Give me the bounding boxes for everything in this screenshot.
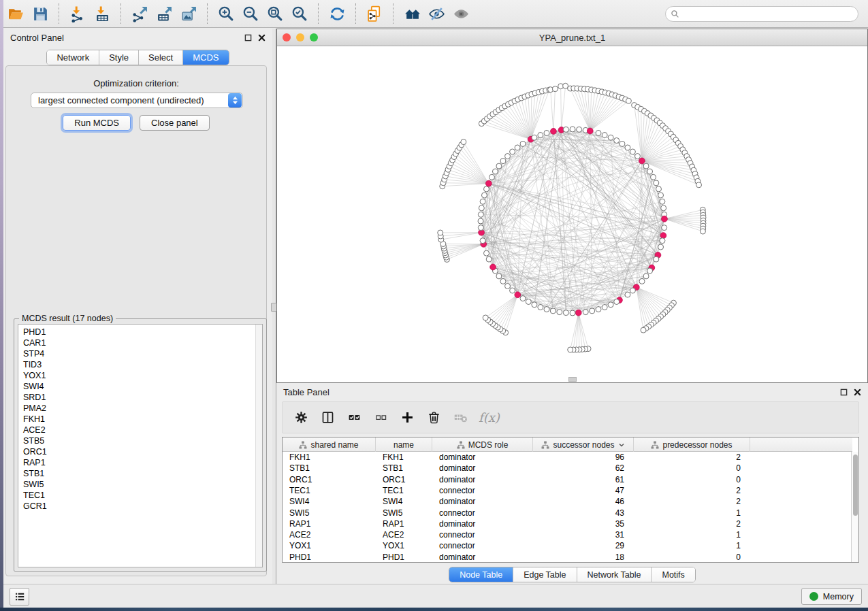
mcds-result-item[interactable]: SRD1: [18, 392, 255, 403]
mcds-result-item[interactable]: PMA2: [18, 403, 255, 414]
network-node-leaf[interactable]: [483, 315, 488, 320]
network-node-mcds[interactable]: [639, 158, 645, 164]
network-node[interactable]: [643, 274, 649, 279]
network-node[interactable]: [478, 225, 483, 231]
mcds-result-list[interactable]: PHD1CAR1STP4TID3YOX1SWI4SRD1PMA2FKH1ACE2…: [18, 324, 263, 567]
network-node[interactable]: [563, 310, 568, 316]
hide-selected-icon[interactable]: [424, 2, 449, 25]
memory-button[interactable]: Memory: [801, 588, 862, 605]
network-node[interactable]: [602, 133, 607, 138]
network-node[interactable]: [596, 130, 601, 135]
network-node[interactable]: [538, 304, 543, 310]
network-node[interactable]: [520, 296, 526, 301]
network-node[interactable]: [489, 174, 495, 180]
mcds-result-item[interactable]: SWI4: [18, 381, 255, 392]
network-node[interactable]: [480, 238, 485, 244]
table-row[interactable]: TEC1TEC1connector472: [283, 485, 852, 496]
export-image-icon[interactable]: [176, 2, 201, 25]
tab-network-table[interactable]: Network Table: [577, 567, 652, 582]
network-node[interactable]: [544, 307, 549, 312]
tab-mcds[interactable]: MCDS: [182, 50, 228, 65]
network-node[interactable]: [510, 149, 515, 154]
network-node[interactable]: [654, 180, 659, 186]
network-node-mcds[interactable]: [485, 180, 492, 186]
select-all-columns-icon[interactable]: [346, 410, 362, 426]
network-node[interactable]: [478, 212, 483, 217]
network-node-mcds[interactable]: [660, 233, 666, 239]
table-row[interactable]: ACE2ACE2connector311: [283, 529, 852, 540]
network-node-mcds[interactable]: [551, 129, 557, 135]
column-header-predecessor-nodes[interactable]: predecessor nodes: [634, 437, 750, 452]
table-row[interactable]: RAP1RAP1dominator352: [283, 518, 852, 529]
network-node-mcds[interactable]: [575, 310, 581, 316]
network-node[interactable]: [654, 257, 659, 262]
network-node-mcds[interactable]: [662, 216, 668, 222]
import-network-icon[interactable]: [65, 2, 90, 25]
mcds-result-item[interactable]: STB5: [18, 435, 255, 446]
network-node[interactable]: [526, 299, 531, 304]
add-column-icon[interactable]: [399, 410, 415, 426]
mcds-result-item[interactable]: PHD1: [18, 327, 255, 337]
network-node-leaf[interactable]: [438, 230, 443, 235]
network-node[interactable]: [647, 169, 653, 174]
table-scrollbar-thumb[interactable]: [853, 455, 858, 516]
mcds-result-item[interactable]: TID3: [18, 359, 255, 370]
network-node[interactable]: [500, 278, 506, 284]
network-node[interactable]: [614, 138, 620, 144]
mcds-result-item[interactable]: TEC1: [18, 490, 255, 501]
network-node[interactable]: [515, 145, 520, 150]
network-node-leaf[interactable]: [626, 98, 631, 103]
network-node[interactable]: [486, 257, 492, 262]
network-node[interactable]: [630, 149, 635, 154]
network-window-titlebar[interactable]: YPA_prune.txt_1: [277, 29, 867, 46]
run-mcds-button[interactable]: Run MCDS: [63, 115, 131, 131]
network-node[interactable]: [614, 299, 620, 304]
save-session-icon[interactable]: [28, 2, 52, 25]
table-scrollbar[interactable]: [851, 452, 858, 562]
network-node[interactable]: [478, 218, 483, 224]
network-node[interactable]: [496, 163, 502, 169]
zoom-in-icon[interactable]: [214, 2, 238, 25]
table-row[interactable]: YOX1YOX1connector291: [283, 540, 852, 551]
tab-style[interactable]: Style: [99, 50, 138, 65]
network-node[interactable]: [479, 205, 484, 211]
import-table-icon[interactable]: [90, 2, 114, 25]
network-node[interactable]: [625, 145, 630, 150]
network-canvas-svg[interactable]: [277, 46, 867, 382]
export-table-icon[interactable]: [152, 2, 176, 25]
tab-node-table[interactable]: Node Table: [449, 567, 513, 582]
network-node-leaf[interactable]: [696, 182, 702, 188]
mcds-result-item[interactable]: GCR1: [18, 501, 255, 512]
mcds-result-item[interactable]: ORC1: [18, 446, 255, 457]
network-node[interactable]: [658, 244, 664, 250]
tab-select[interactable]: Select: [138, 50, 182, 65]
mcds-result-item[interactable]: RAP1: [18, 457, 255, 468]
mcds-result-item[interactable]: STP4: [18, 348, 255, 359]
column-header-shared-name[interactable]: shared name: [283, 437, 376, 452]
tab-network[interactable]: Network: [47, 50, 99, 65]
mcds-result-item[interactable]: SWI5: [18, 479, 255, 490]
network-node[interactable]: [656, 186, 661, 192]
float-table-panel-icon[interactable]: [840, 389, 848, 396]
column-header-name[interactable]: name: [376, 437, 432, 452]
network-node[interactable]: [481, 193, 487, 198]
network-node[interactable]: [660, 238, 665, 244]
close-panel-button[interactable]: Close panel: [140, 115, 210, 131]
network-node[interactable]: [658, 193, 664, 198]
network-node[interactable]: [634, 154, 640, 159]
network-node[interactable]: [570, 127, 575, 132]
network-node[interactable]: [625, 292, 630, 297]
network-node[interactable]: [608, 135, 613, 140]
task-history-button[interactable]: [10, 588, 29, 606]
table-row[interactable]: SWI5SWI5connector431: [283, 508, 852, 518]
network-node[interactable]: [510, 288, 515, 293]
network-node-leaf[interactable]: [568, 347, 573, 352]
show-all-icon[interactable]: [449, 2, 473, 25]
open-file-icon[interactable]: [3, 2, 28, 25]
network-node[interactable]: [480, 199, 485, 204]
zoom-fit-icon[interactable]: [263, 2, 287, 25]
column-settings-icon[interactable]: [293, 410, 309, 426]
network-node-leaf[interactable]: [641, 327, 646, 333]
network-node-mcds[interactable]: [587, 128, 593, 134]
mcds-result-item[interactable]: FKH1: [18, 414, 255, 425]
